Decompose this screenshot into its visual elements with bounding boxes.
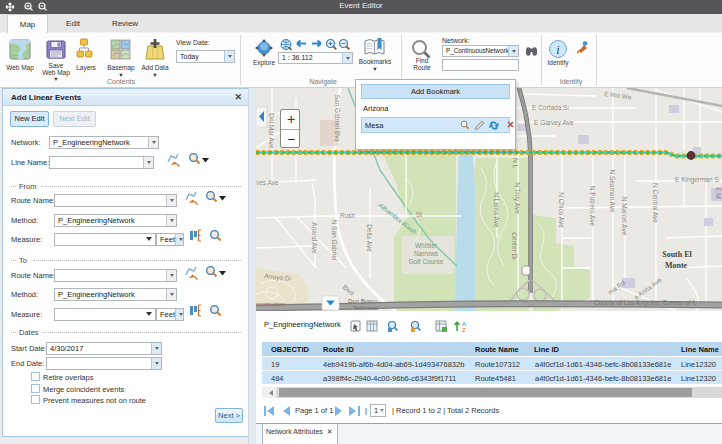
svg-text:N Potrero Ave: N Potrero Ave xyxy=(589,186,596,227)
svg-text:N L: N L xyxy=(512,158,519,169)
svg-text:i: i xyxy=(556,43,559,57)
svg-text:Del Mar Ave: Del Mar Ave xyxy=(268,113,275,149)
svg-text:E Garvey Ave: E Garvey Ave xyxy=(534,119,574,127)
svg-text:County of Los Angeles, Bureau: County of Los Angeles, Bureau of L xyxy=(594,299,697,307)
svg-text:E M: E M xyxy=(715,187,722,199)
svg-text:Delta Ave: Delta Ave xyxy=(366,224,373,252)
svg-text:St: St xyxy=(416,211,422,218)
svg-text:onstruction: onstruction xyxy=(256,301,285,307)
svg-text:Monte: Monte xyxy=(665,261,688,270)
svg-text:E Cortada St: E Cortada St xyxy=(532,104,569,111)
svg-text:N Marcel Ave: N Marcel Ave xyxy=(621,197,628,236)
svg-text:Golf Course: Golf Course xyxy=(409,258,444,265)
svg-text:N Lema Ave: N Lema Ave xyxy=(493,192,500,228)
svg-text:Ariand Ave: Ariand Ave xyxy=(311,222,318,254)
svg-text:South El: South El xyxy=(662,250,692,259)
svg-text:N Seaman Ave: N Seaman Ave xyxy=(609,169,616,213)
svg-text:N Chico Ave: N Chico Ave xyxy=(558,192,565,228)
svg-text:Center Dr: Center Dr xyxy=(511,232,518,260)
svg-text:N Central Ave: N Central Ave xyxy=(652,183,659,223)
svg-text:San Gabriel Bvd: San Gabriel Bvd xyxy=(334,95,341,142)
svg-text:ves Ave: ves Ave xyxy=(256,179,279,186)
svg-text:N Troy Ave: N Troy Ave xyxy=(513,182,521,214)
svg-text:E Kingerman S: E Kingerman S xyxy=(675,176,719,184)
svg-text:Z: Z xyxy=(462,327,466,333)
svg-text:N San Gabriel: N San Gabriel xyxy=(331,220,338,261)
svg-text:Don Bosco: Don Bosco xyxy=(348,298,378,304)
svg-text:Rush: Rush xyxy=(340,212,356,219)
svg-text:Narrows: Narrows xyxy=(414,250,439,257)
svg-text:Whittier: Whittier xyxy=(415,242,438,249)
